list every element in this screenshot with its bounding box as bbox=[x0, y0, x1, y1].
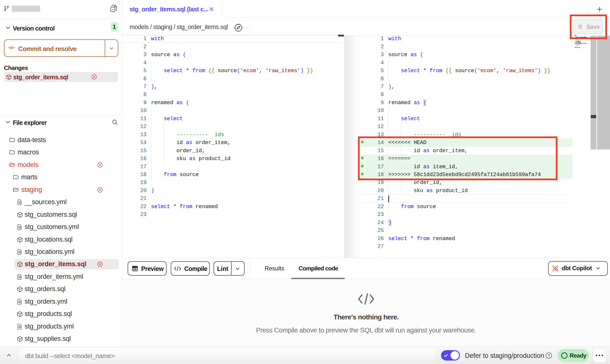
svg-text:?: ? bbox=[548, 353, 550, 358]
